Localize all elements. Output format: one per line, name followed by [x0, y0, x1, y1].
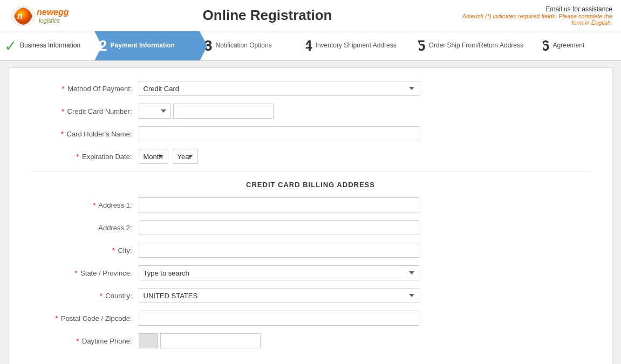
- city-label: * City:: [31, 246, 139, 255]
- step6-label: Agreement: [553, 42, 585, 50]
- postal-code-label: * Postal Code / Zipcode:: [31, 314, 139, 322]
- method-of-payment-select[interactable]: Credit Card PayPal Bank Transfer: [139, 81, 419, 96]
- card-holder-name-row: * Card Holder's Name:: [31, 126, 591, 141]
- card-holder-name-label: * Card Holder's Name:: [31, 130, 139, 138]
- credit-card-number-row: * Credit Card Number:: [31, 104, 591, 119]
- svg-text:logistics: logistics: [39, 17, 60, 24]
- expiry-year-select[interactable]: Year 20172018 20192020 20212022 20232024: [173, 149, 198, 164]
- svg-text:newegg: newegg: [37, 8, 69, 17]
- country-label: * Country:: [31, 292, 139, 300]
- logo-icon: n newegg logistics: [9, 4, 73, 27]
- billing-address-section-title: CREDIT CARD BILLING ADDRESS: [31, 171, 591, 189]
- address1-input[interactable]: [139, 197, 419, 212]
- daytime-phone-label: * Daytime Phone:: [31, 337, 139, 345]
- expiration-date-row: * Expiration Date: Month 0102 0304 0506 …: [31, 149, 591, 164]
- svg-text:n: n: [17, 11, 23, 20]
- city-input[interactable]: [139, 243, 419, 258]
- logo-area: n newegg logistics: [9, 4, 73, 27]
- form-container: * Method Of Payment: Credit Card PayPal …: [9, 67, 613, 364]
- state-province-row: * State / Province: Type to search: [31, 265, 591, 280]
- required-star-8: *: [100, 292, 103, 300]
- required-star-10: *: [76, 337, 79, 345]
- required-star-3: *: [61, 130, 64, 138]
- step1-checkmark-icon: ✓: [4, 37, 17, 55]
- country-select[interactable]: UNITED STATES: [139, 288, 419, 303]
- required-star-4: *: [76, 153, 79, 161]
- step-1-business-information[interactable]: ✓ Business Information: [0, 31, 94, 60]
- steps-navigation: ✓ Business Information 2 Payment Informa…: [0, 31, 621, 61]
- daytime-phone-row: * Daytime Phone:: [31, 333, 591, 348]
- address2-row: Address 2:: [31, 220, 591, 235]
- daytime-phone-input[interactable]: [160, 333, 261, 348]
- footer-buttons: Previous Next: [31, 359, 591, 364]
- required-star-6: *: [112, 246, 115, 255]
- country-row: * Country: UNITED STATES: [31, 288, 591, 303]
- expiration-date-label: * Expiration Date:: [31, 153, 139, 161]
- required-star-9: *: [55, 314, 58, 322]
- page-title: Online Registration: [73, 7, 461, 24]
- method-of-payment-label: * Method Of Payment:: [31, 85, 139, 93]
- card-type-select[interactable]: [139, 104, 171, 119]
- state-province-select[interactable]: Type to search: [139, 265, 419, 280]
- state-province-label: * State / Province:: [31, 269, 139, 277]
- phone-input-group: [139, 333, 261, 348]
- card-number-input[interactable]: [173, 104, 274, 119]
- required-star-5: *: [93, 201, 95, 209]
- postal-code-input[interactable]: [139, 311, 419, 326]
- required-star-1: *: [62, 85, 65, 93]
- address2-label: Address 2:: [31, 224, 139, 232]
- address2-input[interactable]: [139, 220, 419, 235]
- step-5-order-ship-from-return[interactable]: 5 Order Ship From/Return Address: [413, 31, 537, 60]
- city-row: * City:: [31, 243, 591, 258]
- step-4-inventory-shipment-address[interactable]: 4 Inventory Shipment Address: [299, 31, 413, 60]
- step-2-payment-information[interactable]: 2 Payment Information: [94, 31, 200, 60]
- required-star-7: *: [74, 269, 77, 277]
- step5-label: Order Ship From/Return Address: [429, 42, 523, 50]
- step4-label: Inventory Shipment Address: [316, 42, 397, 50]
- header-right: Email us for assistance Asterisk (*) ind…: [461, 5, 612, 26]
- step3-label: Notification Options: [216, 42, 272, 50]
- email-link[interactable]: Email us for assistance: [461, 5, 612, 13]
- credit-card-number-label: * Credit Card Number:: [31, 107, 139, 115]
- main-content-wrapper: * Method Of Payment: Credit Card PayPal …: [6, 67, 615, 364]
- required-star-2: *: [62, 107, 64, 115]
- method-of-payment-row: * Method Of Payment: Credit Card PayPal …: [31, 81, 591, 96]
- step1-label: Business Information: [20, 42, 80, 50]
- step-6-agreement[interactable]: 6 Agreement: [537, 31, 621, 60]
- expiry-month-select[interactable]: Month 0102 0304 0506 0708 0910 1112: [139, 149, 168, 164]
- expiry-selects-group: Month 0102 0304 0506 0708 0910 1112 Year…: [139, 149, 198, 164]
- postal-code-row: * Postal Code / Zipcode:: [31, 311, 591, 326]
- page-header: n newegg logistics Online Registration E…: [0, 0, 621, 31]
- card-holder-name-input[interactable]: [139, 126, 419, 141]
- phone-prefix-box: [139, 333, 158, 348]
- address1-row: * Address 1:: [31, 197, 591, 212]
- step2-label: Payment Information: [111, 42, 175, 50]
- required-note: Asterisk (*) indicates required fields. …: [461, 13, 612, 26]
- step-3-notification-options[interactable]: 3 Notification Options: [200, 31, 299, 60]
- address1-label: * Address 1:: [31, 201, 139, 209]
- card-number-input-group: [139, 104, 274, 119]
